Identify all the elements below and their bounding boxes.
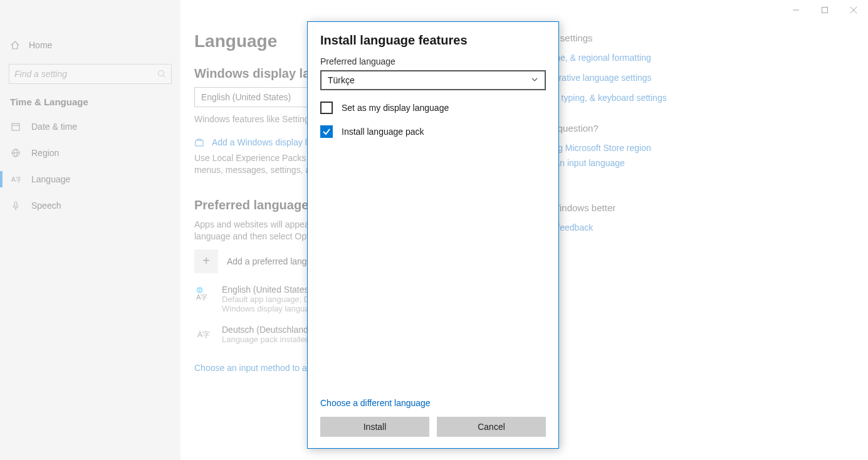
checkbox-label: Install language pack bbox=[342, 127, 424, 137]
install-language-pack-row[interactable]: Install language pack bbox=[320, 125, 546, 138]
install-button[interactable]: Install bbox=[320, 417, 429, 437]
chevron-down-icon bbox=[531, 76, 538, 83]
checkbox-checked[interactable] bbox=[320, 125, 333, 138]
choose-different-language-link[interactable]: Choose a different language bbox=[320, 398, 546, 408]
preferred-language-select[interactable]: Türkçe bbox=[320, 70, 546, 90]
checkbox-label: Set as my display language bbox=[342, 103, 449, 113]
preferred-language-value: Türkçe bbox=[328, 75, 355, 85]
cancel-button[interactable]: Cancel bbox=[437, 417, 546, 437]
install-language-dialog: Install language features Preferred lang… bbox=[307, 21, 559, 449]
preferred-language-label: Preferred language bbox=[320, 56, 546, 66]
checkbox-unchecked[interactable] bbox=[320, 102, 333, 114]
dialog-title: Install language features bbox=[320, 33, 546, 48]
set-display-language-row[interactable]: Set as my display language bbox=[320, 102, 546, 114]
